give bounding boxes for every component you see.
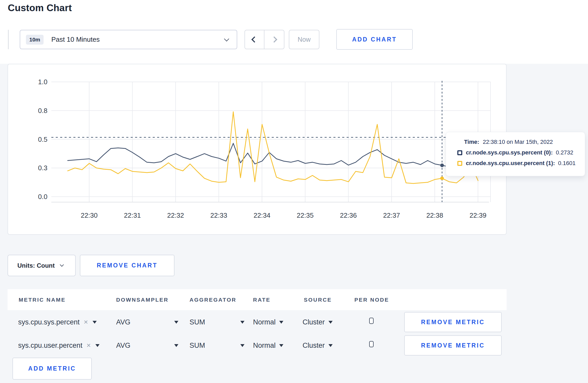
chevron-left-icon — [251, 36, 257, 42]
dropdown-caret-icon — [279, 321, 283, 324]
dropdown-caret-icon — [174, 321, 178, 324]
per-node-checkbox[interactable] — [369, 341, 374, 347]
time-forward-button[interactable] — [264, 30, 284, 49]
svg-text:22:31: 22:31 — [124, 211, 141, 219]
remove-metric-button[interactable]: REMOVE METRIC — [404, 312, 502, 332]
svg-text:22:36: 22:36 — [340, 211, 357, 219]
header-source: SOURCE — [304, 297, 332, 303]
source-select[interactable]: Cluster — [303, 310, 333, 334]
toolbar-divider — [8, 30, 9, 49]
add-chart-button[interactable]: ADD CHART — [336, 29, 413, 50]
header-metric-name: METRIC NAME — [19, 297, 66, 303]
clear-metric-icon[interactable]: × — [84, 318, 88, 326]
dropdown-caret-icon — [240, 344, 244, 347]
rate-select[interactable]: Normal — [253, 334, 283, 357]
dropdown-caret-icon — [174, 344, 178, 347]
tooltip-series-sys-value: 0.2732 — [556, 149, 573, 156]
header-rate: RATE — [253, 297, 271, 303]
header-aggregator: AGGREGATOR — [190, 297, 236, 303]
metric-name-select[interactable]: sys.cpu.user.percent × — [18, 334, 100, 357]
dropdown-caret-icon — [328, 321, 333, 324]
downsampler-value: AVG — [116, 318, 130, 326]
page-title: Custom Chart — [8, 3, 72, 13]
clear-metric-icon[interactable]: × — [87, 341, 91, 350]
time-back-button[interactable] — [245, 30, 264, 49]
remove-metric-button[interactable]: REMOVE METRIC — [404, 335, 502, 356]
rate-value: Normal — [253, 342, 276, 350]
source-value: Cluster — [303, 342, 325, 350]
svg-text:22:34: 22:34 — [254, 211, 270, 219]
svg-text:22:35: 22:35 — [297, 211, 314, 219]
chevron-down-icon — [60, 263, 64, 267]
dropdown-caret-icon — [240, 321, 244, 324]
tooltip-time-value: 22:38:10 on Mar 15th, 2022 — [483, 139, 553, 145]
series-swatch-user-icon — [457, 161, 462, 166]
chevron-right-icon — [271, 36, 277, 42]
svg-text:0.8: 0.8 — [38, 107, 47, 115]
rate-value: Normal — [253, 318, 276, 326]
time-nav-group — [244, 30, 284, 49]
table-row: sys.cpu.sys.percent × AVG SUM Normal Clu… — [8, 310, 507, 334]
tooltip-series-sys-label: cr.node.sys.cpu.sys.percent (0): — [466, 149, 553, 156]
svg-text:1.0: 1.0 — [38, 78, 47, 86]
aggregator-select[interactable]: SUM — [190, 310, 244, 334]
units-label: Units: Count — [17, 262, 55, 269]
add-metric-button[interactable]: ADD METRIC — [12, 358, 92, 380]
series-swatch-sys-icon — [457, 150, 462, 155]
tooltip-series-user-label: cr.node.sys.cpu.user.percent (1): — [466, 160, 555, 167]
downsampler-select[interactable]: AVG — [116, 334, 178, 357]
aggregator-value: SUM — [190, 342, 205, 350]
aggregator-select[interactable]: SUM — [190, 334, 244, 357]
dropdown-caret-icon — [328, 344, 333, 347]
tooltip-series-user-value: 0.1601 — [558, 160, 576, 167]
svg-text:22:32: 22:32 — [167, 211, 184, 219]
metric-name-value: sys.cpu.sys.percent — [18, 318, 80, 326]
metrics-table-header: METRIC NAME DOWNSAMPLER AGGREGATOR RATE … — [8, 289, 507, 310]
source-value: Cluster — [303, 318, 325, 326]
downsampler-value: AVG — [116, 342, 130, 350]
header-downsampler: DOWNSAMPLER — [116, 297, 169, 303]
table-row: sys.cpu.user.percent × AVG SUM Normal Cl… — [8, 334, 507, 357]
tooltip-time-label: Time: — [464, 139, 479, 145]
time-range-badge: 10m — [26, 35, 44, 45]
dropdown-caret-icon[interactable] — [95, 344, 100, 347]
chevron-down-icon — [224, 36, 229, 41]
metric-name-select[interactable]: sys.cpu.sys.percent × — [18, 310, 97, 334]
time-range-dropdown[interactable]: 10m Past 10 Minutes — [20, 30, 237, 49]
svg-text:22:39: 22:39 — [470, 211, 486, 219]
remove-chart-button[interactable]: REMOVE CHART — [80, 255, 174, 276]
dropdown-caret-icon[interactable] — [93, 321, 97, 324]
metric-name-value: sys.cpu.user.percent — [18, 342, 82, 350]
dropdown-caret-icon — [279, 344, 283, 347]
rate-select[interactable]: Normal — [253, 310, 283, 334]
now-button[interactable]: Now — [289, 30, 319, 49]
time-range-label: Past 10 Minutes — [51, 36, 100, 44]
downsampler-select[interactable]: AVG — [116, 310, 178, 334]
svg-text:0.0: 0.0 — [38, 193, 47, 201]
svg-text:22:37: 22:37 — [383, 211, 400, 219]
source-select[interactable]: Cluster — [303, 334, 333, 357]
svg-text:22:33: 22:33 — [210, 211, 227, 219]
svg-text:22:38: 22:38 — [426, 211, 443, 219]
units-dropdown[interactable]: Units: Count — [8, 255, 76, 276]
svg-text:0.5: 0.5 — [38, 136, 47, 143]
aggregator-value: SUM — [190, 318, 205, 326]
svg-text:22:30: 22:30 — [81, 211, 97, 219]
chart-card: 0.00.30.50.81.022:3022:3122:3222:3322:34… — [8, 64, 507, 235]
cpu-percent-chart[interactable]: 0.00.30.50.81.022:3022:3122:3222:3322:34… — [8, 64, 506, 234]
chart-hover-tooltip: Time:22:38:10 on Mar 15th, 2022 cr.node.… — [446, 132, 585, 176]
per-node-checkbox[interactable] — [369, 318, 374, 324]
header-per-node: PER NODE — [354, 297, 389, 303]
svg-text:0.3: 0.3 — [38, 164, 47, 172]
